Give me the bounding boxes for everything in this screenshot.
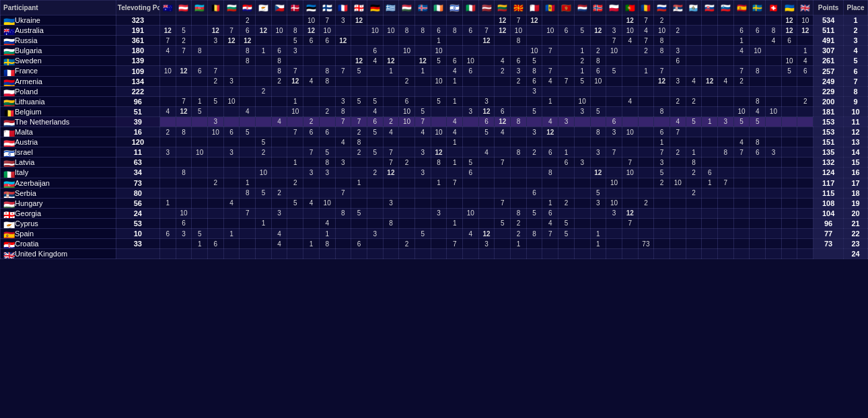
score-cell: [638, 56, 654, 66]
score-cell: 3: [766, 147, 782, 158]
score-cell: [622, 116, 638, 127]
score-cell: [271, 198, 287, 208]
flag-header-22: 🇲🇰: [511, 1, 527, 15]
score-cell: 4: [223, 198, 240, 208]
score-cell: 4: [414, 127, 431, 137]
score-cell: [638, 137, 654, 147]
score-cell: [495, 239, 511, 249]
score-cell: 7: [511, 15, 527, 26]
score-cell: 1: [590, 239, 606, 249]
flag-header-23: 🇲🇹: [526, 1, 542, 15]
televoting-points: 24: [116, 208, 159, 218]
score-cell: [447, 198, 463, 208]
score-cell: [303, 46, 320, 56]
score-cell: 10: [399, 116, 415, 127]
score-cell: [622, 147, 638, 158]
score-cell: [766, 137, 782, 147]
score-cell: [606, 76, 622, 86]
score-cell: [463, 249, 479, 259]
score-cell: [240, 147, 256, 158]
score-cell: 10: [606, 198, 622, 208]
total-points: 124: [813, 168, 844, 178]
score-cell: 5: [319, 147, 335, 158]
score-cell: [303, 106, 320, 116]
score-cell: 2: [176, 36, 192, 46]
flag-header-20: 🇱🇻: [478, 1, 495, 15]
score-cell: [750, 228, 766, 238]
score-cell: 6: [447, 56, 463, 66]
header-place: Place: [844, 1, 868, 15]
score-cell: [686, 127, 702, 137]
score-cell: 3: [606, 26, 622, 36]
place-number: 6: [844, 66, 868, 76]
score-cell: 1: [256, 46, 272, 56]
score-cell: [670, 218, 686, 228]
score-cell: 3: [208, 116, 224, 127]
score-cell: [558, 86, 575, 96]
score-cell: [622, 46, 638, 56]
score-cell: [431, 188, 447, 198]
score-cell: [686, 15, 702, 26]
score-cell: 3: [159, 147, 176, 158]
score-cell: [478, 168, 495, 178]
score-cell: [351, 228, 367, 238]
score-cell: 12: [176, 66, 192, 76]
score-cell: [574, 127, 590, 137]
score-cell: [622, 56, 638, 66]
score-cell: 10: [590, 76, 606, 86]
score-cell: 6: [463, 26, 479, 36]
score-cell: [574, 168, 590, 178]
score-cell: [319, 178, 335, 188]
score-cell: [574, 188, 590, 198]
score-cell: [414, 15, 431, 26]
score-cell: [287, 249, 303, 259]
country-name: Armenia: [15, 77, 42, 85]
score-cell: [159, 249, 176, 259]
score-cell: [733, 228, 750, 238]
score-cell: [797, 36, 813, 46]
score-cell: [622, 137, 638, 147]
score-cell: 8: [766, 26, 782, 36]
score-cell: 6: [478, 116, 495, 127]
score-cell: 3: [383, 198, 399, 208]
score-cell: [702, 137, 718, 147]
score-cell: [335, 127, 351, 137]
score-cell: [750, 15, 766, 26]
score-cell: 3: [463, 106, 479, 116]
score-cell: 3: [606, 208, 622, 218]
score-cell: 10: [319, 26, 335, 36]
score-cell: [670, 168, 686, 178]
score-cell: [287, 239, 303, 249]
score-cell: 12: [495, 26, 511, 36]
televoting-points: 39: [116, 116, 159, 127]
score-cell: [670, 228, 686, 238]
score-cell: [256, 208, 272, 218]
country-flag: 🇱🇻: [3, 160, 13, 166]
score-cell: 6: [176, 218, 192, 228]
country-flag: 🇬🇪: [3, 211, 13, 217]
country-name: United Kingdom: [15, 250, 67, 258]
flag-header-18: 🇮🇱: [447, 1, 463, 15]
score-cell: 7: [383, 158, 399, 168]
score-cell: [208, 218, 224, 228]
total-points: [813, 249, 844, 259]
score-cell: [622, 86, 638, 96]
score-cell: 7: [558, 76, 575, 86]
score-cell: [287, 168, 303, 178]
score-cell: [766, 208, 782, 218]
score-cell: 6: [495, 106, 511, 116]
country-flag: 🇨🇾: [3, 221, 13, 228]
score-cell: [256, 56, 272, 66]
score-cell: 10: [733, 106, 750, 116]
score-cell: 4: [495, 56, 511, 66]
score-cell: [287, 116, 303, 127]
place-number: 15: [844, 158, 868, 168]
score-cell: [383, 15, 399, 26]
score-cell: 1: [414, 66, 431, 76]
score-cell: 5: [590, 106, 606, 116]
score-cell: [208, 188, 224, 198]
score-cell: [303, 218, 320, 228]
score-cell: 1: [351, 178, 367, 188]
score-cell: [574, 36, 590, 46]
score-cell: 10: [654, 26, 670, 36]
